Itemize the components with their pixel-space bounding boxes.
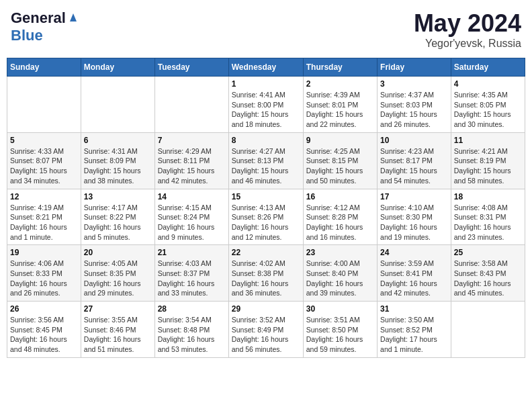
day-number: 2 bbox=[306, 79, 374, 89]
day-info: Sunrise: 4:25 AM Sunset: 8:15 PM Dayligh… bbox=[306, 146, 374, 186]
day-info: Sunrise: 4:27 AM Sunset: 8:13 PM Dayligh… bbox=[232, 146, 300, 186]
day-number: 8 bbox=[232, 136, 300, 145]
calendar-day-cell bbox=[154, 77, 228, 133]
calendar-table: SundayMondayTuesdayWednesdayThursdayFrid… bbox=[7, 58, 525, 358]
calendar-body: 1Sunrise: 4:41 AM Sunset: 8:00 PM Daylig… bbox=[7, 77, 525, 358]
day-number: 21 bbox=[158, 248, 226, 257]
day-number: 16 bbox=[306, 192, 374, 201]
day-info: Sunrise: 4:37 AM Sunset: 8:03 PM Dayligh… bbox=[380, 90, 448, 130]
calendar-day-header: Saturday bbox=[451, 58, 525, 77]
calendar-day-cell: 9Sunrise: 4:25 AM Sunset: 8:15 PM Daylig… bbox=[303, 132, 377, 189]
day-info: Sunrise: 4:15 AM Sunset: 8:24 PM Dayligh… bbox=[158, 203, 226, 242]
calendar-day-header: Monday bbox=[81, 58, 154, 77]
calendar-day-cell: 15Sunrise: 4:13 AM Sunset: 8:26 PM Dayli… bbox=[228, 189, 303, 245]
day-info: Sunrise: 3:58 AM Sunset: 8:43 PM Dayligh… bbox=[454, 259, 522, 298]
day-info: Sunrise: 4:31 AM Sunset: 8:09 PM Dayligh… bbox=[84, 146, 152, 186]
calendar-day-cell: 6Sunrise: 4:31 AM Sunset: 8:09 PM Daylig… bbox=[81, 132, 154, 189]
calendar-day-header: Friday bbox=[378, 58, 451, 77]
calendar-day-cell: 11Sunrise: 4:21 AM Sunset: 8:19 PM Dayli… bbox=[451, 132, 525, 189]
calendar-day-cell: 23Sunrise: 4:00 AM Sunset: 8:40 PM Dayli… bbox=[303, 245, 377, 302]
day-info: Sunrise: 4:08 AM Sunset: 8:31 PM Dayligh… bbox=[454, 203, 522, 242]
calendar-day-cell: 12Sunrise: 4:19 AM Sunset: 8:21 PM Dayli… bbox=[7, 189, 81, 245]
calendar-day-cell: 17Sunrise: 4:10 AM Sunset: 8:30 PM Dayli… bbox=[378, 189, 451, 245]
calendar-day-cell: 2Sunrise: 4:39 AM Sunset: 8:01 PM Daylig… bbox=[303, 77, 377, 133]
calendar-week-row: 1Sunrise: 4:41 AM Sunset: 8:00 PM Daylig… bbox=[7, 77, 525, 133]
calendar-day-cell: 13Sunrise: 4:17 AM Sunset: 8:22 PM Dayli… bbox=[81, 189, 154, 245]
day-info: Sunrise: 4:05 AM Sunset: 8:35 PM Dayligh… bbox=[84, 259, 152, 298]
day-number: 22 bbox=[232, 248, 300, 257]
day-number: 26 bbox=[10, 304, 78, 314]
logo: General Blue bbox=[11, 9, 79, 44]
calendar-day-cell: 1Sunrise: 4:41 AM Sunset: 8:00 PM Daylig… bbox=[228, 77, 303, 133]
calendar-day-cell: 25Sunrise: 3:58 AM Sunset: 8:43 PM Dayli… bbox=[451, 245, 525, 302]
calendar-day-cell: 30Sunrise: 3:51 AM Sunset: 8:50 PM Dayli… bbox=[303, 302, 377, 358]
day-number: 1 bbox=[232, 79, 300, 89]
day-info: Sunrise: 4:21 AM Sunset: 8:19 PM Dayligh… bbox=[454, 146, 522, 186]
logo-triangle-icon bbox=[67, 11, 79, 23]
calendar-day-cell bbox=[451, 302, 525, 358]
day-number: 9 bbox=[306, 136, 374, 145]
day-number: 11 bbox=[454, 136, 522, 145]
day-info: Sunrise: 4:33 AM Sunset: 8:07 PM Dayligh… bbox=[10, 146, 78, 186]
calendar-week-row: 12Sunrise: 4:19 AM Sunset: 8:21 PM Dayli… bbox=[7, 189, 525, 245]
day-number: 4 bbox=[454, 79, 522, 89]
day-info: Sunrise: 4:13 AM Sunset: 8:26 PM Dayligh… bbox=[232, 203, 300, 242]
day-number: 10 bbox=[380, 136, 448, 145]
calendar-day-cell: 22Sunrise: 4:02 AM Sunset: 8:38 PM Dayli… bbox=[228, 245, 303, 302]
calendar-day-cell: 10Sunrise: 4:23 AM Sunset: 8:17 PM Dayli… bbox=[378, 132, 451, 189]
day-number: 5 bbox=[10, 136, 78, 145]
day-info: Sunrise: 4:00 AM Sunset: 8:40 PM Dayligh… bbox=[306, 259, 374, 298]
day-number: 17 bbox=[380, 192, 448, 201]
calendar-day-cell: 24Sunrise: 3:59 AM Sunset: 8:41 PM Dayli… bbox=[378, 245, 451, 302]
day-info: Sunrise: 4:39 AM Sunset: 8:01 PM Dayligh… bbox=[306, 90, 374, 130]
page-header: General Blue May 2024 Yegor'yevsk, Russi… bbox=[7, 7, 525, 52]
day-number: 20 bbox=[84, 248, 152, 257]
day-number: 19 bbox=[10, 248, 78, 257]
day-number: 6 bbox=[84, 136, 152, 145]
day-info: Sunrise: 3:56 AM Sunset: 8:45 PM Dayligh… bbox=[10, 315, 78, 355]
calendar-day-cell: 27Sunrise: 3:55 AM Sunset: 8:46 PM Dayli… bbox=[81, 302, 154, 358]
day-info: Sunrise: 4:03 AM Sunset: 8:37 PM Dayligh… bbox=[158, 259, 226, 298]
calendar-week-row: 26Sunrise: 3:56 AM Sunset: 8:45 PM Dayli… bbox=[7, 302, 525, 358]
calendar-day-cell bbox=[81, 77, 154, 133]
day-info: Sunrise: 3:52 AM Sunset: 8:49 PM Dayligh… bbox=[232, 315, 300, 355]
calendar-day-cell: 20Sunrise: 4:05 AM Sunset: 8:35 PM Dayli… bbox=[81, 245, 154, 302]
day-info: Sunrise: 3:50 AM Sunset: 8:52 PM Dayligh… bbox=[380, 315, 448, 355]
calendar-day-cell: 4Sunrise: 4:35 AM Sunset: 8:05 PM Daylig… bbox=[451, 77, 525, 133]
logo-general-text: General bbox=[11, 9, 66, 27]
day-info: Sunrise: 4:12 AM Sunset: 8:28 PM Dayligh… bbox=[306, 203, 374, 242]
calendar-day-cell: 8Sunrise: 4:27 AM Sunset: 8:13 PM Daylig… bbox=[228, 132, 303, 189]
calendar-day-cell: 31Sunrise: 3:50 AM Sunset: 8:52 PM Dayli… bbox=[378, 302, 451, 358]
day-number: 25 bbox=[454, 248, 522, 257]
day-number: 7 bbox=[158, 136, 226, 145]
calendar-header-row: SundayMondayTuesdayWednesdayThursdayFrid… bbox=[7, 58, 525, 77]
day-info: Sunrise: 4:02 AM Sunset: 8:38 PM Dayligh… bbox=[232, 259, 300, 298]
calendar-day-cell: 3Sunrise: 4:37 AM Sunset: 8:03 PM Daylig… bbox=[378, 77, 451, 133]
calendar-day-cell: 29Sunrise: 3:52 AM Sunset: 8:49 PM Dayli… bbox=[228, 302, 303, 358]
day-info: Sunrise: 4:06 AM Sunset: 8:33 PM Dayligh… bbox=[10, 259, 78, 298]
calendar-day-cell: 14Sunrise: 4:15 AM Sunset: 8:24 PM Dayli… bbox=[154, 189, 228, 245]
day-info: Sunrise: 4:41 AM Sunset: 8:00 PM Dayligh… bbox=[232, 90, 300, 130]
calendar-day-cell: 5Sunrise: 4:33 AM Sunset: 8:07 PM Daylig… bbox=[7, 132, 81, 189]
day-number: 12 bbox=[10, 192, 78, 201]
calendar-week-row: 5Sunrise: 4:33 AM Sunset: 8:07 PM Daylig… bbox=[7, 132, 525, 189]
location: Yegor'yevsk, Russia bbox=[414, 38, 521, 50]
calendar-day-cell: 26Sunrise: 3:56 AM Sunset: 8:45 PM Dayli… bbox=[7, 302, 81, 358]
calendar-day-header: Wednesday bbox=[228, 58, 303, 77]
day-info: Sunrise: 4:23 AM Sunset: 8:17 PM Dayligh… bbox=[380, 146, 448, 186]
calendar-day-header: Tuesday bbox=[154, 58, 228, 77]
calendar-day-cell: 18Sunrise: 4:08 AM Sunset: 8:31 PM Dayli… bbox=[451, 189, 525, 245]
day-info: Sunrise: 4:10 AM Sunset: 8:30 PM Dayligh… bbox=[380, 203, 448, 242]
calendar-day-cell: 16Sunrise: 4:12 AM Sunset: 8:28 PM Dayli… bbox=[303, 189, 377, 245]
calendar-day-cell: 7Sunrise: 4:29 AM Sunset: 8:11 PM Daylig… bbox=[154, 132, 228, 189]
day-number: 3 bbox=[380, 79, 448, 89]
month-title: May 2024 bbox=[414, 9, 521, 38]
day-number: 24 bbox=[380, 248, 448, 257]
calendar-day-cell: 28Sunrise: 3:54 AM Sunset: 8:48 PM Dayli… bbox=[154, 302, 228, 358]
day-number: 23 bbox=[306, 248, 374, 257]
day-info: Sunrise: 4:29 AM Sunset: 8:11 PM Dayligh… bbox=[158, 146, 226, 186]
day-info: Sunrise: 3:55 AM Sunset: 8:46 PM Dayligh… bbox=[84, 315, 152, 355]
day-info: Sunrise: 4:19 AM Sunset: 8:21 PM Dayligh… bbox=[10, 203, 78, 242]
day-number: 31 bbox=[380, 304, 448, 314]
title-block: May 2024 Yegor'yevsk, Russia bbox=[414, 9, 521, 50]
